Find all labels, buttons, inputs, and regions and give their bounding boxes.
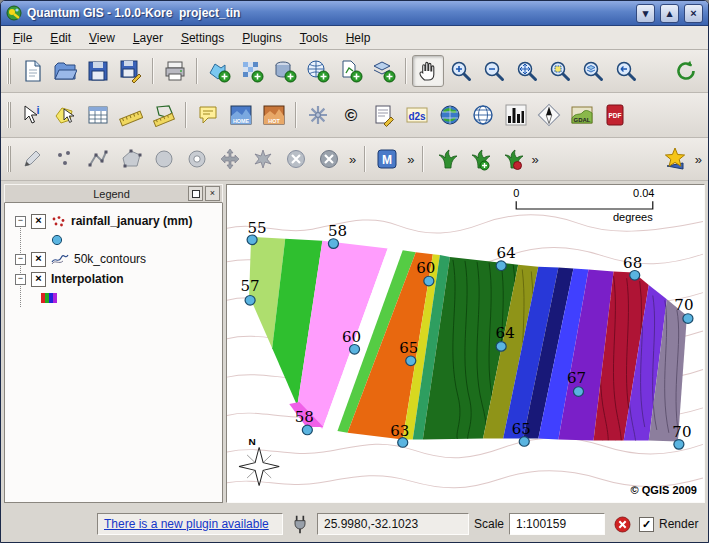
gdal-tools-button[interactable]: GDAL: [566, 99, 598, 131]
scale-input[interactable]: 1:100159: [509, 513, 605, 535]
add-wms-layer-button[interactable]: [302, 55, 334, 87]
window-title: Quantum GIS - 1.0.0-Kore project_tin: [27, 6, 631, 20]
save-project-button[interactable]: [82, 55, 114, 87]
measure-line-button[interactable]: [115, 99, 147, 131]
new-project-button[interactable]: [16, 55, 48, 87]
expander-icon[interactable]: −: [15, 216, 26, 227]
scale-bar-end: 0.04: [633, 188, 654, 200]
georeferencer-button[interactable]: [434, 99, 466, 131]
layer-checkbox[interactable]: ×: [31, 214, 46, 229]
delete-selected-button[interactable]: [280, 143, 312, 175]
menu-layer[interactable]: Layer: [124, 28, 172, 48]
zoom-last-button[interactable]: [610, 55, 642, 87]
capture-line-button[interactable]: [82, 143, 114, 175]
render-checkbox[interactable]: ✓: [639, 517, 654, 532]
add-raster-layer-button[interactable]: [236, 55, 268, 87]
auto-label-button[interactable]: d2s: [401, 99, 433, 131]
coordinate-display[interactable]: 25.9980,-32.1023: [317, 513, 469, 535]
toolbar-overflow-chevron[interactable]: »: [692, 152, 705, 167]
legend-float-button[interactable]: [188, 186, 203, 201]
select-features-button[interactable]: [49, 99, 81, 131]
layer-item-rainfall[interactable]: − × rainfall_january (mm): [7, 211, 220, 231]
layer-checkbox[interactable]: ×: [31, 252, 46, 267]
close-button[interactable]: ×: [684, 4, 703, 23]
layer-label[interactable]: 50k_contours: [74, 252, 146, 266]
layer-label[interactable]: rainfall_january (mm): [71, 214, 192, 228]
qgis-window: Quantum GIS - 1.0.0-Kore project_tin ▾ ▴…: [0, 0, 709, 543]
save-project-as-button[interactable]: [115, 55, 147, 87]
export-pdf-button[interactable]: PDF: [599, 99, 631, 131]
add-layer-button[interactable]: [368, 55, 400, 87]
map-point-marker: [573, 387, 583, 397]
minimize-button[interactable]: ▾: [636, 4, 655, 23]
legend-close-button[interactable]: ×: [205, 186, 220, 201]
node-tool-button[interactable]: [247, 143, 279, 175]
add-ring-button[interactable]: [181, 143, 213, 175]
menu-settings[interactable]: Settings: [172, 28, 233, 48]
capture-point-button[interactable]: [49, 143, 81, 175]
new-vector-layer-button[interactable]: [335, 55, 367, 87]
menu-tools[interactable]: Tools: [291, 28, 337, 48]
expander-icon[interactable]: −: [15, 274, 26, 285]
open-attribute-table-button[interactable]: [82, 99, 114, 131]
toolbar-handle[interactable]: [7, 146, 12, 172]
refresh-button[interactable]: [670, 55, 702, 87]
map-point-label: 65: [512, 420, 531, 437]
menu-help[interactable]: Help: [337, 28, 380, 48]
toolbar-overflow-chevron[interactable]: »: [346, 152, 359, 167]
layer-checkbox[interactable]: ×: [31, 272, 46, 287]
toolbar-handle[interactable]: [7, 102, 12, 128]
plugin-message-link[interactable]: There is a new plugin available: [97, 513, 283, 535]
menu-view[interactable]: View: [80, 28, 124, 48]
zoom-full-button[interactable]: [511, 55, 543, 87]
toolbar-overflow-chevron[interactable]: »: [528, 152, 541, 167]
map-tips-button[interactable]: [192, 99, 224, 131]
north-arrow-button[interactable]: [533, 99, 565, 131]
layer-item-contours[interactable]: − × 50k_contours: [7, 249, 220, 269]
print-composer-button[interactable]: [159, 55, 191, 87]
zoom-to-layer-button[interactable]: [577, 55, 609, 87]
measure-area-button[interactable]: [148, 99, 180, 131]
simplify-feature-button[interactable]: [148, 143, 180, 175]
zoom-out-button[interactable]: [478, 55, 510, 87]
pan-map-button[interactable]: [412, 55, 444, 87]
menu-file[interactable]: File: [4, 28, 41, 48]
mapserver-export-button[interactable]: M: [371, 143, 403, 175]
title-bar[interactable]: Quantum GIS - 1.0.0-Kore project_tin ▾ ▴…: [1, 1, 708, 26]
toggle-editing-button[interactable]: [16, 143, 48, 175]
capture-polygon-button[interactable]: [115, 143, 147, 175]
layer-label[interactable]: Interpolation: [51, 272, 124, 286]
toolbar-handle[interactable]: [7, 58, 12, 84]
quick-print-button[interactable]: [659, 143, 691, 175]
maximize-button[interactable]: ▴: [660, 4, 679, 23]
layer-item-interpolation[interactable]: − × Interpolation: [7, 269, 220, 289]
open-project-button[interactable]: [49, 55, 81, 87]
menu-edit[interactable]: Edit: [41, 28, 80, 48]
map-canvas[interactable]: 0 0.04 degrees N © QGIS 2009: [226, 184, 705, 503]
menu-plugins[interactable]: Plugins: [233, 28, 290, 48]
grass-plant-dot-icon: [499, 147, 523, 171]
cut-features-button[interactable]: [313, 143, 345, 175]
identify-button[interactable]: i: [16, 99, 48, 131]
graticule-builder-button[interactable]: [467, 99, 499, 131]
histogram-icon: [504, 103, 528, 127]
grass-new-mapset-button[interactable]: [462, 143, 494, 175]
zoom-to-selection-button[interactable]: [544, 55, 576, 87]
new-bookmark-button[interactable]: HOME: [225, 99, 257, 131]
save-icon: [86, 59, 110, 83]
add-postgis-layer-button[interactable]: [269, 55, 301, 87]
stop-render-button[interactable]: [610, 512, 634, 536]
grass-tools-button[interactable]: [495, 143, 527, 175]
copyright-label-button[interactable]: ©: [335, 99, 367, 131]
expander-icon[interactable]: −: [15, 254, 26, 265]
zoom-in-button[interactable]: [445, 55, 477, 87]
show-bookmarks-button[interactable]: HOT: [258, 99, 290, 131]
add-vector-layer-button[interactable]: [203, 55, 235, 87]
text-annotation-button[interactable]: [368, 99, 400, 131]
move-feature-button[interactable]: [214, 143, 246, 175]
toolbar-overflow-chevron[interactable]: »: [404, 152, 417, 167]
plugin-button[interactable]: [288, 512, 312, 536]
grass-open-mapset-button[interactable]: [429, 143, 461, 175]
raster-histogram-button[interactable]: [500, 99, 532, 131]
plugin-installer-button[interactable]: [302, 99, 334, 131]
